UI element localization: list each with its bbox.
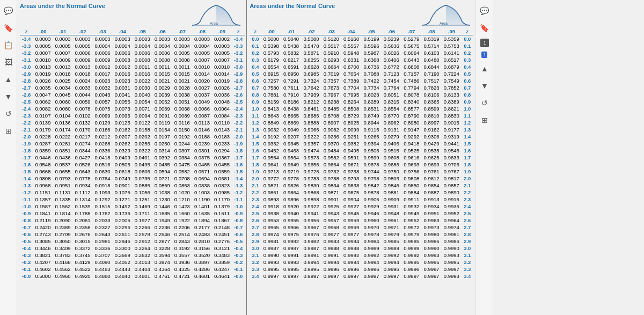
table-row: 2.50.99380.99400.99410.99430.99450.99460… [250,210,473,217]
table-row: 0.60.72570.72910.73240.73570.73890.74220… [250,77,473,84]
table-row: -1.80.03590.03510.03440.03360.03290.0322… [20,147,245,154]
table-row: -3.40.00030.00030.00030.00030.00030.0003… [20,35,245,43]
chat-icon[interactable]: 💬 [2,4,15,17]
table-row: 1.50.93320.93450.93570.93700.93820.93940… [250,140,473,147]
table-row: 1.10.86430.86650.86860.87080.87290.87490… [250,112,473,119]
table-row: 0.20.57930.58320.58710.59100.59480.59870… [250,49,473,56]
table-row: 0.90.81590.81860.82120.82380.82640.82890… [250,98,473,105]
up-arrow-icon[interactable]: ▲ [2,73,15,86]
bell-curve-left: Area [189,3,243,27]
table-row: -1.30.09680.09510.09340.09180.09010.0885… [20,182,245,189]
table-row: 0.00.50000.50400.50800.51200.51600.51990… [250,35,473,43]
table-row: -2.60.00470.00450.00440.00430.00410.0040… [20,91,245,98]
blue-label: 1 [481,52,487,58]
left-panel: Areas under the Normal Curve [17,0,246,315]
table-row: 0.70.75800.76110.76420.76730.77040.77340… [250,84,473,91]
table-row: 0.80.78810.79100.79390.79670.79950.80230… [250,91,473,98]
table-row: 2.10.98210.98260.98300.98340.98380.98420… [250,182,473,189]
right-refresh-icon[interactable]: ↺ [478,97,491,109]
table-row: 1.60.94520.94630.94740.94840.94950.95050… [250,147,473,154]
svg-text:Area: Area [210,21,218,25]
table-row: 1.80.96410.96490.96560.96640.96710.96780… [250,161,473,168]
page-badge: 1 [480,39,489,47]
table-row: -0.00.50000.49600.49200.48800.48400.4801… [20,273,245,280]
right-down-icon[interactable]: ▼ [478,79,491,92]
table-row: 1.70.95540.95640.95730.95820.95910.95990… [250,154,473,161]
table-row: -0.20.42070.41680.41290.40900.40520.4013… [20,259,245,266]
table-row: 2.80.99740.99750.99760.99770.99770.99780… [250,231,473,238]
right-chat-icon[interactable]: 💬 [478,4,491,17]
table-row: -2.20.01390.01360.01320.01290.01250.0122… [20,119,245,126]
right-panel-title: Areas under the Normal Curve [250,3,335,9]
table-row: 2.90.99810.99820.99820.99830.99840.99840… [250,238,473,245]
table-row: 2.30.98930.98960.98980.99010.99040.99060… [250,196,473,203]
table-row: -1.90.02870.02810.02740.02680.02620.0256… [20,140,245,147]
left-table: z.00.01.02.03.04.05.06.07.08.09z -3.40.0… [20,28,245,280]
table-row: 1.40.91920.92070.92220.92360.92510.92650… [250,133,473,140]
table-row: -2.10.01790.01740.01700.01660.01620.0158… [20,126,245,133]
table-row: -2.40.00820.00800.00780.00750.00730.0071… [20,105,245,112]
right-bookmark-icon[interactable]: 🔖 [478,21,491,34]
table-row: 3.30.99950.99950.99950.99960.99960.99960… [250,266,473,273]
right-grid-icon[interactable]: ⊞ [478,114,491,127]
table-row: 0.40.65540.65910.66280.66640.67000.67360… [250,63,473,70]
table-row: 2.60.99530.99550.99560.99570.99590.99600… [250,217,473,224]
table-row: -0.10.46020.45620.45220.44830.44430.4404… [20,266,245,273]
table-row: 1.00.84130.84380.84610.84850.85080.85310… [250,105,473,112]
table-row: -3.00.00130.00130.00130.00120.00120.0011… [20,63,245,70]
table-row: -1.00.15870.15620.15390.15150.14920.1469… [20,203,245,210]
svg-text:Area: Area [440,21,448,25]
right-up-icon[interactable]: ▲ [478,62,491,75]
table-row: -1.20.11510.11310.11120.10930.10750.1056… [20,189,245,196]
left-sidebar: 💬 🔖 📋 🖼 ▲ ▼ ↺ ⊞ [0,0,17,315]
table-row: -3.20.00070.00070.00060.00060.00060.0006… [20,49,245,56]
table-row: -2.70.00350.00340.00330.00320.00310.0030… [20,84,245,91]
table-row: 0.50.69150.69500.69850.70190.70540.70880… [250,70,473,77]
table-row: -2.00.02280.02220.02170.02120.02070.0202… [20,133,245,140]
table-row: -3.10.00100.00090.00090.00090.00080.0008… [20,56,245,63]
table-row: 1.30.90320.90490.90660.90820.90990.91150… [250,126,473,133]
table-row: 2.20.98610.98640.98680.98710.98750.98780… [250,189,473,196]
table-row: 2.70.99650.99660.99670.99680.99690.99700… [250,224,473,231]
right-panel: Areas under the Normal Curve Area [246,0,475,315]
table-row: -3.30.00050.00050.00050.00040.00040.0004… [20,42,245,49]
table-row: 1.20.88490.88690.88880.89070.89250.89440… [250,119,473,126]
table-row: 0.30.61790.62170.62550.62930.63310.63680… [250,56,473,63]
bookmark-icon[interactable]: 🔖 [2,21,15,34]
table-row: 3.40.99970.99970.99970.99970.99970.99970… [250,273,473,280]
left-panel-title: Areas under the Normal Curve [20,3,105,9]
table-row: 2.40.99180.99200.99220.99250.99270.99290… [250,203,473,210]
table-row: -0.80.21190.20900.20610.20330.20050.1977… [20,217,245,224]
table-row: -0.40.34460.34090.33720.33360.33000.3264… [20,245,245,252]
right-table: z.00.01.02.03.04.05.06.07.08.09z 0.00.50… [250,28,473,280]
copy-icon[interactable]: 📋 [2,39,15,52]
grid-icon[interactable]: ⊞ [2,124,15,137]
table-row: -2.50.00620.00600.00590.00570.00550.0054… [20,98,245,105]
table-row: -0.30.38210.37830.37450.37070.36690.3632… [20,252,245,259]
image-icon[interactable]: 🖼 [2,56,15,69]
table-row: 3.10.99900.99910.99910.99910.99920.99920… [250,252,473,259]
table-row: 3.20.99930.99930.99940.99940.99940.99940… [250,259,473,266]
table-row: -0.60.27430.27090.26760.26430.26110.2578… [20,231,245,238]
table-row: -1.10.13570.13350.13140.12920.12710.1251… [20,196,245,203]
down-arrow-icon[interactable]: ▼ [2,90,15,103]
refresh-icon[interactable]: ↺ [2,107,15,120]
table-row: -2.90.00190.00180.00180.00170.00160.0016… [20,70,245,77]
table-row: 3.00.99870.99870.99870.99880.99880.99890… [250,245,473,252]
table-row: -1.40.08080.07930.07780.07640.07490.0735… [20,175,245,182]
main-content: 💬 🔖 📋 🖼 ▲ ▼ ↺ ⊞ Areas under the Normal C… [0,0,493,315]
right-sidebar: 💬 🔖 1 1 ▲ ▼ ↺ ⊞ [475,0,493,315]
table-row: -1.60.05480.05370.05260.05160.05050.0495… [20,161,245,168]
table-row: 0.10.53980.54380.54780.55170.55570.55960… [250,42,473,49]
table-row: -1.50.06680.06550.06430.06300.06180.0606… [20,168,245,175]
table-row: -0.90.18410.18140.17880.17620.17360.1711… [20,210,245,217]
table-row: -1.70.04460.04360.04270.04180.04090.0401… [20,154,245,161]
bell-curve-right: Area [419,3,473,27]
table-row: 2.00.97720.97780.97830.97880.97930.97980… [250,175,473,182]
table-row: -0.70.24200.23890.23580.23270.22960.2266… [20,224,245,231]
table-row: -2.30.01070.01040.01020.00990.00960.0094… [20,112,245,119]
table-row: -2.80.00260.00250.00240.00230.00230.0022… [20,77,245,84]
table-row: 1.90.97130.97190.97260.97320.97380.97440… [250,168,473,175]
table-row: -0.50.30850.30500.30150.29810.29460.2912… [20,238,245,245]
